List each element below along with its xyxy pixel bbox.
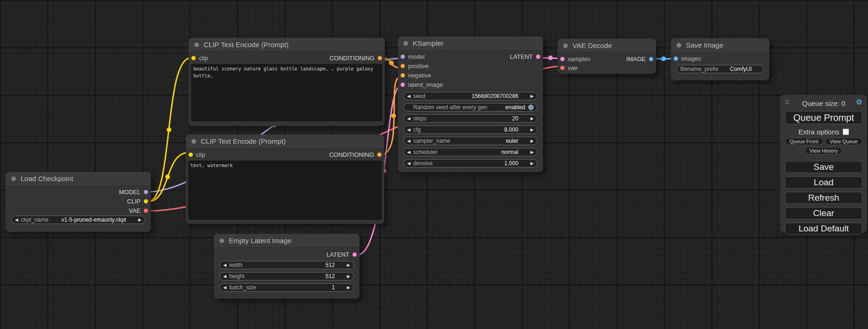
decrement-arrow-icon[interactable]: ◀ xyxy=(223,274,226,279)
refresh-button[interactable]: Refresh xyxy=(785,192,862,204)
node-load-checkpoint[interactable]: Load Checkpoint MODEL CLIP VAE ◀ ckpt_na… xyxy=(6,172,151,232)
node-vae-decode[interactable]: VAE Decode samples IMAGE vae xyxy=(557,39,656,74)
load-default-button[interactable]: Load Default xyxy=(785,223,862,235)
widget-value[interactable]: 20 xyxy=(512,115,518,122)
filename-prefix-widget[interactable]: filename_prefix ComfyUI xyxy=(677,65,764,73)
height-widget[interactable]: ◀ height 512 ▶ xyxy=(219,272,354,280)
node-titlebar[interactable]: KSampler xyxy=(398,36,543,50)
widget-value[interactable]: ComfyUI xyxy=(730,66,752,72)
node-title-label: CLIP Text Encode (Prompt) xyxy=(201,137,286,145)
increment-arrow-icon[interactable]: ▶ xyxy=(530,128,534,132)
node-graph-canvas[interactable]: Load Checkpoint MODEL CLIP VAE ◀ ckpt_na… xyxy=(0,0,868,329)
widget-value[interactable]: euler xyxy=(506,138,518,144)
node-titlebar[interactable]: VAE Decode xyxy=(557,39,656,53)
input-port-positive[interactable] xyxy=(401,64,405,68)
load-button[interactable]: Load xyxy=(785,176,862,189)
negative-prompt-textarea[interactable]: text, watermark xyxy=(188,161,382,220)
node-title-label: Load Checkpoint xyxy=(21,175,73,182)
steps-widget[interactable]: ◀ steps 20 ▶ xyxy=(403,114,537,123)
random-seed-toggle[interactable]: Random seed after every gen enabled xyxy=(403,103,537,112)
input-port-latent-image[interactable] xyxy=(401,83,405,87)
decrement-arrow-icon[interactable]: ◀ xyxy=(407,139,410,143)
extra-options-checkbox[interactable] xyxy=(843,129,849,135)
view-history-button[interactable]: View History xyxy=(805,147,843,154)
input-port-negative[interactable] xyxy=(401,73,405,77)
widget-value[interactable]: 1.000 xyxy=(504,160,518,167)
output-port-conditioning[interactable] xyxy=(378,56,382,60)
increment-arrow-icon[interactable]: ▶ xyxy=(530,150,534,154)
increment-arrow-icon[interactable]: ▶ xyxy=(530,139,534,143)
decrement-arrow-icon[interactable]: ◀ xyxy=(407,117,410,121)
output-port-latent[interactable] xyxy=(536,55,540,59)
node-ksampler[interactable]: KSampler model LATENT positive negative … xyxy=(398,36,543,172)
output-port-clip[interactable] xyxy=(144,199,148,203)
width-widget[interactable]: ◀ width 512 ▶ xyxy=(219,261,354,269)
increment-arrow-icon[interactable]: ▶ xyxy=(138,218,141,222)
increment-arrow-icon[interactable]: ▶ xyxy=(530,161,534,166)
queue-front-button[interactable]: Queue Front xyxy=(785,138,823,145)
input-port-clip[interactable] xyxy=(189,153,193,157)
node-save-image[interactable]: Save Image images filename_prefix ComfyU… xyxy=(671,38,769,80)
output-port-image[interactable] xyxy=(649,57,653,61)
input-label-clip: clip xyxy=(196,151,205,158)
decrement-arrow-icon[interactable]: ◀ xyxy=(15,218,18,222)
queue-prompt-button[interactable]: Queue Prompt xyxy=(785,111,862,124)
input-port-images[interactable] xyxy=(674,56,678,61)
input-port-vae[interactable] xyxy=(560,66,565,70)
view-queue-button[interactable]: View Queue xyxy=(825,138,862,145)
input-port-model[interactable] xyxy=(401,55,405,59)
link-dot xyxy=(389,61,394,65)
node-titlebar[interactable]: Load Checkpoint xyxy=(6,172,151,186)
node-status-dot xyxy=(11,176,16,181)
node-empty-latent-image[interactable]: Empty Latent Image LATENT ◀ width 512 ▶ … xyxy=(214,234,360,299)
widget-label: steps xyxy=(413,115,427,122)
input-port-samples[interactable] xyxy=(560,57,565,61)
widget-value[interactable]: 8.000 xyxy=(504,126,518,133)
input-port-clip[interactable] xyxy=(191,56,196,60)
positive-prompt-textarea[interactable]: beautiful scenery nature glass bottle la… xyxy=(191,64,382,121)
batch-size-widget[interactable]: ◀ batch_size 1 ▶ xyxy=(219,283,354,292)
drag-handle-icon[interactable]: ⠿ xyxy=(785,99,790,106)
increment-arrow-icon[interactable]: ▶ xyxy=(347,274,350,279)
toggle-knob[interactable] xyxy=(528,105,534,110)
widget-label: width xyxy=(229,262,242,268)
ckpt-name-widget[interactable]: ◀ ckpt_name v1-5-pruned-emaonly.ckpt ▶ xyxy=(11,216,145,224)
widget-value[interactable]: 512 xyxy=(325,262,335,268)
clear-button[interactable]: Clear xyxy=(785,207,862,219)
increment-arrow-icon[interactable]: ▶ xyxy=(530,117,534,121)
widget-value[interactable]: 156680208700286 xyxy=(472,93,518,99)
increment-arrow-icon[interactable]: ▶ xyxy=(530,94,534,98)
increment-arrow-icon[interactable]: ▶ xyxy=(347,286,350,290)
decrement-arrow-icon[interactable]: ◀ xyxy=(407,150,410,154)
input-label-model: model xyxy=(408,53,424,60)
save-button[interactable]: Save xyxy=(785,161,862,173)
node-titlebar[interactable]: CLIP Text Encode (Prompt) xyxy=(189,38,385,52)
decrement-arrow-icon[interactable]: ◀ xyxy=(223,263,226,267)
decrement-arrow-icon[interactable]: ◀ xyxy=(407,161,410,166)
cfg-widget[interactable]: ◀ cfg 8.000 ▶ xyxy=(403,126,537,134)
decrement-arrow-icon[interactable]: ◀ xyxy=(407,94,410,98)
sampler-name-widget[interactable]: ◀ sampler_name euler ▶ xyxy=(403,137,537,145)
denoise-widget[interactable]: ◀ denoise 1.000 ▶ xyxy=(403,159,537,168)
decrement-arrow-icon[interactable]: ◀ xyxy=(407,128,410,132)
output-label-conditioning: CONDITIONING xyxy=(329,151,374,158)
node-titlebar[interactable]: Empty Latent Image xyxy=(214,234,360,248)
scheduler-widget[interactable]: ◀ scheduler normal ▶ xyxy=(403,148,537,156)
widget-value[interactable]: v1-5-pruned-emaonly.ckpt xyxy=(62,217,127,223)
node-clip-text-encode-positive[interactable]: CLIP Text Encode (Prompt) clip CONDITION… xyxy=(189,38,385,126)
output-port-model[interactable] xyxy=(144,190,148,194)
output-port-vae[interactable] xyxy=(144,209,148,213)
widget-value[interactable]: 512 xyxy=(325,273,335,280)
node-titlebar[interactable]: Save Image xyxy=(671,38,769,52)
node-titlebar[interactable]: CLIP Text Encode (Prompt) xyxy=(186,134,384,148)
gear-icon[interactable]: ⚙ xyxy=(856,98,862,106)
widget-value[interactable]: 1 xyxy=(332,284,335,291)
increment-arrow-icon[interactable]: ▶ xyxy=(347,263,350,267)
widget-value[interactable]: normal xyxy=(501,149,518,155)
seed-widget[interactable]: ◀ seed 156680208700286 ▶ xyxy=(403,92,537,100)
input-label-clip: clip xyxy=(199,55,208,62)
output-port-latent[interactable] xyxy=(353,252,357,257)
decrement-arrow-icon[interactable]: ◀ xyxy=(223,286,226,290)
output-port-conditioning[interactable] xyxy=(377,153,381,157)
node-clip-text-encode-negative[interactable]: CLIP Text Encode (Prompt) clip CONDITION… xyxy=(186,134,384,224)
